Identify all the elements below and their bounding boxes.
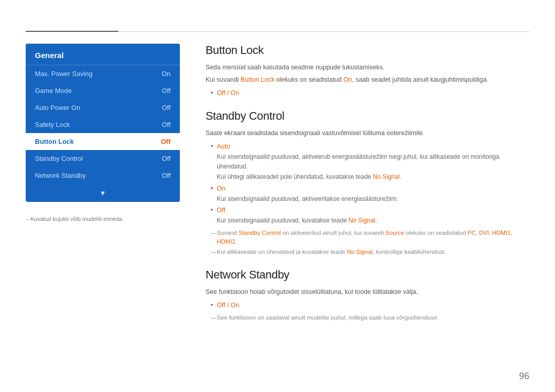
standby-control-note2: Kui allikaseade on ühendatud ja kuvataks… [211, 248, 529, 256]
button-lock-desc2: Kui suvandi Button Lock olekuks on seadi… [206, 74, 529, 85]
sidebar-item-value: Off [162, 172, 171, 179]
sidebar-item-network-standby[interactable]: Network Standby Off [26, 167, 180, 184]
page-number: 96 [519, 371, 529, 382]
sidebar-item-label: Max. Power Saving [35, 70, 92, 78]
list-item-off: Off Kui sisendsignaalid puuduvad, kuvata… [211, 205, 529, 226]
list-item: Off / On [211, 300, 529, 310]
standby-control-desc: Saate ekraani seadistada sisendsignaali … [206, 128, 529, 138]
chevron-down-icon[interactable]: ▾ [26, 184, 180, 202]
sidebar-item-label: Network Standby [35, 172, 86, 179]
sidebar-item-value: On [162, 70, 171, 78]
button-lock-title: Button Lock [206, 44, 529, 57]
sidebar-item-value: Off [162, 104, 171, 111]
network-standby-title: Network Standby [206, 268, 529, 282]
sidebar-item-value: Off [162, 121, 171, 128]
button-lock-section: Button Lock Seda menüüd saab kasutada se… [206, 44, 529, 98]
button-lock-bullets: Off / On [211, 88, 529, 98]
network-standby-bullets: Off / On [211, 300, 529, 310]
list-item: Off / On [211, 88, 529, 98]
button-lock-desc1: Seda menüüd saab kasutada seadme nuppude… [206, 62, 529, 72]
sidebar-item-button-lock[interactable]: Button Lock Off [26, 133, 180, 150]
standby-control-bullets: Auto Kui sisendsignaalid puuduvad, aktiv… [211, 141, 529, 226]
sidebar-item-label: Standby Control [35, 155, 83, 162]
sidebar-item-standby-control[interactable]: Standby Control Off [26, 150, 180, 167]
sidebar-item-label: Safety Lock [35, 121, 70, 128]
main-content: Button Lock Seda menüüd saab kasutada se… [206, 44, 529, 366]
sidebar-item-safety-lock[interactable]: Safety Lock Off [26, 116, 180, 133]
standby-control-note1: Suvand Standby Control on aktiveeritud a… [211, 229, 529, 247]
sidebar-item-label: Button Lock [35, 138, 74, 145]
standby-control-section: Standby Control Saate ekraani seadistada… [206, 109, 529, 257]
network-standby-note: See funktsioon on saadaval ainult mudeli… [211, 313, 529, 322]
list-item-on: On Kui sisendsignaalid puuduvad, aktivee… [211, 183, 529, 204]
sidebar-header: General [26, 44, 180, 65]
list-item-auto: Auto Kui sisendsignaalid puuduvad, aktiv… [211, 141, 529, 182]
top-border [26, 31, 529, 32]
sidebar-item-label: Game Mode [35, 87, 72, 95]
sidebar: General Max. Power Saving On Game Mode O… [26, 44, 180, 202]
sidebar-item-game-mode[interactable]: Game Mode Off [26, 82, 180, 99]
standby-control-title: Standby Control [206, 109, 529, 123]
sidebar-item-value: Off [161, 138, 171, 145]
network-standby-section: Network Standby See funktsioon hoiab võr… [206, 268, 529, 322]
sidebar-item-label: Auto Power On [35, 104, 80, 111]
sidebar-item-value: Off [162, 87, 171, 95]
sidebar-footnote: – Kuvatud kujutis võib mudeliti erineda. [26, 216, 124, 222]
sidebar-item-value: Off [162, 155, 171, 162]
sidebar-item-auto-power-on[interactable]: Auto Power On Off [26, 99, 180, 116]
network-standby-desc: See funktsioon hoiab võrgutoidet sisselü… [206, 287, 529, 297]
sidebar-item-max-power-saving[interactable]: Max. Power Saving On [26, 65, 180, 82]
